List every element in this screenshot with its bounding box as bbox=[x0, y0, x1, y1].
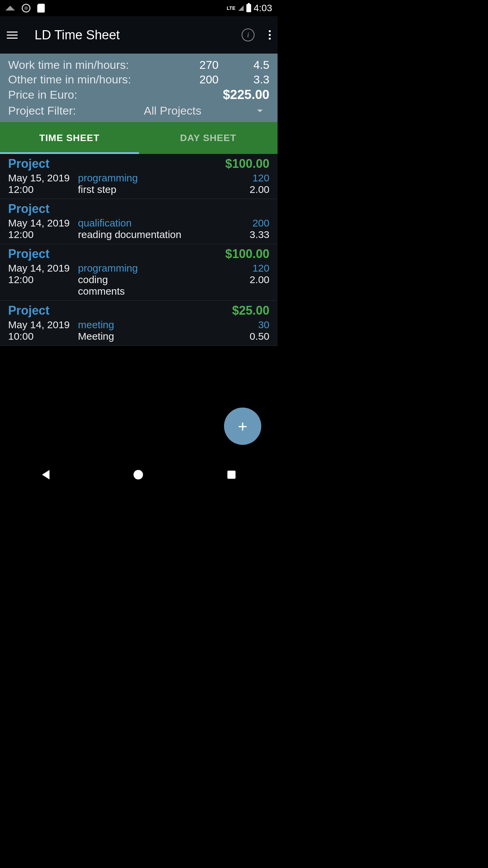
entry-desc: reading documentation bbox=[78, 229, 229, 240]
entry-minutes: 120 bbox=[229, 172, 269, 184]
entry-time: 12:00 bbox=[8, 229, 78, 240]
sd-card-icon bbox=[37, 4, 45, 13]
entry-category: meeting bbox=[78, 319, 229, 331]
circle-status-icon bbox=[22, 4, 30, 13]
entry-desc: first step bbox=[78, 184, 229, 195]
entry-price: $100.00 bbox=[225, 157, 269, 171]
list-item[interactable]: Project May 14, 2019 qualification 200 1… bbox=[0, 199, 278, 244]
list-item[interactable]: Project $100.00 May 14, 2019 programming… bbox=[0, 244, 278, 301]
entry-minutes: 200 bbox=[229, 217, 269, 229]
page-title: LD Time Sheet bbox=[35, 28, 242, 42]
entry-price: $100.00 bbox=[225, 247, 269, 261]
filter-row: Project Filter: All Projects bbox=[8, 104, 269, 117]
nav-bar bbox=[0, 461, 278, 488]
price-label: Price in Euro: bbox=[8, 88, 223, 101]
entry-hours: 2.00 bbox=[229, 274, 269, 285]
entry-date: May 14, 2019 bbox=[8, 319, 78, 331]
other-time-row: Other time in min/hours: 200 3.3 bbox=[8, 73, 269, 86]
tab-day-sheet[interactable]: DAY SHEET bbox=[139, 122, 278, 154]
price-value: $225.00 bbox=[223, 87, 269, 102]
clock-text: 4:03 bbox=[254, 3, 272, 14]
list-item[interactable]: Project $100.00 May 15, 2019 programming… bbox=[0, 154, 278, 199]
entry-hours: 0.50 bbox=[229, 331, 269, 342]
back-icon[interactable] bbox=[42, 470, 49, 479]
status-left bbox=[5, 4, 45, 13]
work-time-row: Work time in min/hours: 270 4.5 bbox=[8, 58, 269, 72]
lte-label: LTE bbox=[227, 5, 235, 11]
entry-minutes: 30 bbox=[229, 319, 269, 331]
filter-label: Project Filter: bbox=[8, 104, 76, 117]
price-row: Price in Euro: $225.00 bbox=[8, 87, 269, 102]
filter-value: All Projects bbox=[144, 104, 201, 117]
other-time-minutes: 200 bbox=[175, 73, 219, 86]
app-bar: LD Time Sheet i bbox=[0, 16, 278, 54]
entry-price: $25.00 bbox=[232, 303, 269, 318]
project-name: Project bbox=[8, 247, 49, 261]
entry-time: 12:00 bbox=[8, 184, 78, 195]
project-name: Project bbox=[8, 303, 49, 318]
entry-desc: Meeting bbox=[78, 331, 229, 342]
home-icon[interactable] bbox=[134, 470, 143, 479]
list-item[interactable]: Project $25.00 May 14, 2019 meeting 30 1… bbox=[0, 301, 278, 346]
entry-category: programming bbox=[78, 172, 229, 184]
entry-desc: coding bbox=[78, 274, 229, 285]
signal-icon bbox=[238, 5, 244, 11]
add-button[interactable]: + bbox=[224, 408, 261, 445]
battery-icon bbox=[246, 4, 251, 12]
work-time-label: Work time in min/hours: bbox=[8, 58, 175, 72]
recent-icon[interactable] bbox=[227, 471, 236, 479]
entry-date: May 15, 2019 bbox=[8, 172, 78, 184]
info-icon[interactable]: i bbox=[242, 28, 255, 41]
tabs: TIME SHEET DAY SHEET bbox=[0, 122, 278, 154]
entry-hours: 2.00 bbox=[229, 184, 269, 195]
entry-date: May 14, 2019 bbox=[8, 262, 78, 274]
menu-icon[interactable] bbox=[7, 32, 18, 39]
entry-category: qualification bbox=[78, 217, 229, 229]
status-bar: LTE 4:03 bbox=[0, 0, 278, 16]
work-time-hours: 4.5 bbox=[219, 58, 269, 72]
entry-time: 10:00 bbox=[8, 331, 78, 342]
work-time-minutes: 270 bbox=[175, 58, 219, 72]
other-time-hours: 3.3 bbox=[219, 73, 269, 86]
other-time-label: Other time in min/hours: bbox=[8, 73, 175, 86]
summary-panel: Work time in min/hours: 270 4.5 Other ti… bbox=[0, 54, 278, 122]
entry-time: 12:00 bbox=[8, 274, 78, 285]
more-icon[interactable] bbox=[269, 30, 271, 40]
wifi-icon bbox=[5, 6, 15, 11]
entry-date: May 14, 2019 bbox=[8, 217, 78, 229]
entries-list: Project $100.00 May 15, 2019 programming… bbox=[0, 154, 278, 346]
status-right: LTE 4:03 bbox=[227, 3, 272, 14]
project-name: Project bbox=[8, 202, 49, 216]
entry-category: programming bbox=[78, 262, 229, 274]
chevron-down-icon bbox=[257, 110, 263, 112]
project-filter-dropdown[interactable]: All Projects bbox=[76, 104, 269, 117]
entry-hours: 3.33 bbox=[229, 229, 269, 240]
tab-time-sheet[interactable]: TIME SHEET bbox=[0, 122, 139, 154]
entry-minutes: 120 bbox=[229, 262, 269, 274]
project-name: Project bbox=[8, 157, 49, 171]
entry-extra: comments bbox=[78, 285, 229, 297]
